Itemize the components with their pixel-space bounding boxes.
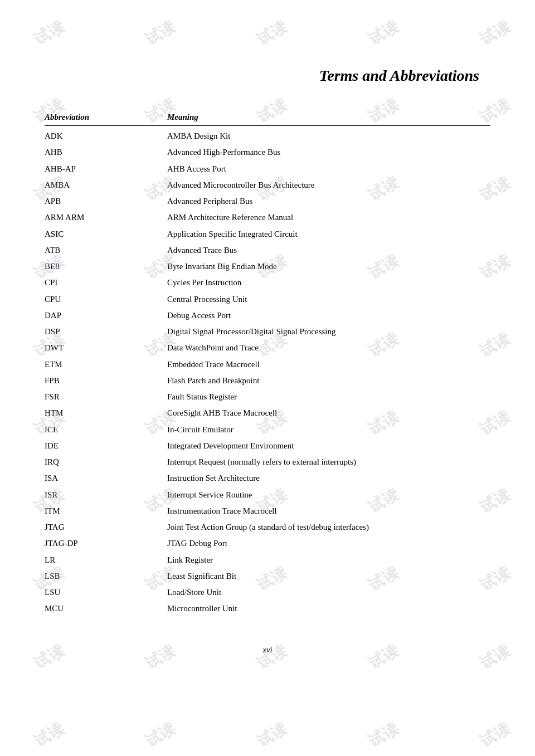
table-row: JTAG Joint Test Action Group (a standard… xyxy=(45,519,490,535)
abbr-cell: IDE xyxy=(45,440,167,452)
abbr-cell: LSU xyxy=(45,586,167,599)
table-row: DSP Digital Signal Processor/Digital Sig… xyxy=(45,324,490,340)
table-row: BE8 Byte Invariant Big Endian Mode xyxy=(45,258,490,275)
table-row: IRQ Interrupt Request (normally refers t… xyxy=(45,454,490,470)
meaning-cell: Instrumentation Trace Macrocell xyxy=(167,505,490,518)
page-title: Terms and Abbreviations xyxy=(45,67,490,85)
abbr-cell: LSB xyxy=(45,570,167,583)
table-row: ATB Advanced Trace Bus xyxy=(45,242,490,258)
table-row: IDE Integrated Development Environment xyxy=(45,438,490,454)
page-container: Terms and Abbreviations Abbreviation Mea… xyxy=(0,0,535,756)
table-row: ITM Instrumentation Trace Macrocell xyxy=(45,503,490,519)
meaning-cell: Embedded Trace Macrocell xyxy=(167,358,490,371)
abbr-cell: JTAG xyxy=(45,521,167,534)
abbr-cell: FSR xyxy=(45,391,167,403)
abbr-cell: CPU xyxy=(45,293,167,306)
meaning-cell: Interrupt Request (normally refers to ex… xyxy=(167,456,490,469)
meaning-cell: Advanced Peripheral Bus xyxy=(167,195,490,208)
table-row: JTAG-DP JTAG Debug Port xyxy=(45,535,490,552)
meaning-cell: Joint Test Action Group (a standard of t… xyxy=(167,521,490,534)
header-meaning: Meaning xyxy=(167,113,490,122)
table-row: LSB Least Significant Bit xyxy=(45,568,490,584)
meaning-cell: Interrupt Service Routine xyxy=(167,489,490,501)
meaning-cell: In-Circuit Emulator xyxy=(167,423,490,436)
meaning-cell: ARM Architecture Reference Manual xyxy=(167,211,490,224)
table-body: ADK AMBA Design Kit AHB Advanced High-Pe… xyxy=(45,128,490,617)
abbr-cell: FPB xyxy=(45,374,167,387)
table-row: AMBA Advanced Microcontroller Bus Archit… xyxy=(45,177,490,193)
table-row: CPU Central Processing Unit xyxy=(45,291,490,308)
abbr-cell: MCU xyxy=(45,602,167,615)
table-row: ASIC Application Specific Integrated Cir… xyxy=(45,226,490,242)
meaning-cell: Debug Access Port xyxy=(167,309,490,322)
abbr-cell: ARM ARM xyxy=(45,211,167,224)
meaning-cell: Central Processing Unit xyxy=(167,293,490,306)
meaning-cell: Data WatchPoint and Trace xyxy=(167,342,490,354)
table-row: ARM ARM ARM Architecture Reference Manua… xyxy=(45,209,490,226)
table-row: ETM Embedded Trace Macrocell xyxy=(45,357,490,373)
abbr-cell: DWT xyxy=(45,342,167,354)
table-row: ISA Instruction Set Architecture xyxy=(45,470,490,486)
abbr-cell: ADK xyxy=(45,130,167,143)
meaning-cell: Instruction Set Architecture xyxy=(167,472,490,485)
meaning-cell: Microcontroller Unit xyxy=(167,602,490,615)
header-abbreviation: Abbreviation xyxy=(45,113,167,122)
abbr-cell: ETM xyxy=(45,358,167,371)
table-row: ADK AMBA Design Kit xyxy=(45,128,490,144)
table-row: HTM CoreSight AHB Trace Macrocell xyxy=(45,405,490,421)
meaning-cell: Link Register xyxy=(167,554,490,567)
table-row: FSR Fault Status Register xyxy=(45,389,490,405)
meaning-cell: Advanced High-Performance Bus xyxy=(167,146,490,159)
meaning-cell: Fault Status Register xyxy=(167,391,490,403)
meaning-cell: Flash Patch and Breakpoint xyxy=(167,374,490,387)
abbr-cell: ISA xyxy=(45,472,167,485)
meaning-cell: Digital Signal Processor/Digital Signal … xyxy=(167,325,490,338)
abbr-cell: BE8 xyxy=(45,260,167,273)
table-row: ICE In-Circuit Emulator xyxy=(45,422,490,438)
table-row: DWT Data WatchPoint and Trace xyxy=(45,340,490,356)
abbr-cell: IRQ xyxy=(45,456,167,469)
table-row: LR Link Register xyxy=(45,552,490,568)
abbr-cell: AMBA xyxy=(45,179,167,192)
abbr-cell: ASIC xyxy=(45,228,167,241)
abbr-cell: HTM xyxy=(45,407,167,420)
table-row: CPI Cycles Per Instruction xyxy=(45,275,490,291)
table-row: APB Advanced Peripheral Bus xyxy=(45,193,490,209)
meaning-cell: Load/Store Unit xyxy=(167,586,490,599)
abbr-cell: ATB xyxy=(45,244,167,257)
table-row: DAP Debug Access Port xyxy=(45,308,490,324)
meaning-cell: Byte Invariant Big Endian Mode xyxy=(167,260,490,273)
abbr-cell: ICE xyxy=(45,423,167,436)
meaning-cell: JTAG Debug Port xyxy=(167,537,490,550)
meaning-cell: Integrated Development Environment xyxy=(167,440,490,452)
terms-table: Abbreviation Meaning ADK AMBA Design Kit… xyxy=(45,113,490,617)
abbr-cell: AHB-AP xyxy=(45,163,167,175)
table-row: ISR Interrupt Service Routine xyxy=(45,487,490,503)
meaning-cell: Least Significant Bit xyxy=(167,570,490,583)
meaning-cell: Application Specific Integrated Circuit xyxy=(167,228,490,241)
abbr-cell: LR xyxy=(45,554,167,567)
page-number: xvi xyxy=(45,645,490,655)
abbr-cell: DAP xyxy=(45,309,167,322)
meaning-cell: Cycles Per Instruction xyxy=(167,276,490,289)
meaning-cell: AHB Access Port xyxy=(167,163,490,175)
table-row: MCU Microcontroller Unit xyxy=(45,601,490,617)
abbr-cell: JTAG-DP xyxy=(45,537,167,550)
table-row: LSU Load/Store Unit xyxy=(45,584,490,601)
abbr-cell: ITM xyxy=(45,505,167,518)
abbr-cell: ISR xyxy=(45,489,167,501)
abbr-cell: APB xyxy=(45,195,167,208)
meaning-cell: AMBA Design Kit xyxy=(167,130,490,143)
meaning-cell: Advanced Microcontroller Bus Architectur… xyxy=(167,179,490,192)
abbr-cell: CPI xyxy=(45,276,167,289)
meaning-cell: CoreSight AHB Trace Macrocell xyxy=(167,407,490,420)
table-row: AHB Advanced High-Performance Bus xyxy=(45,144,490,160)
meaning-cell: Advanced Trace Bus xyxy=(167,244,490,257)
table-row: AHB-AP AHB Access Port xyxy=(45,161,490,177)
abbr-cell: AHB xyxy=(45,146,167,159)
table-row: FPB Flash Patch and Breakpoint xyxy=(45,373,490,389)
table-header: Abbreviation Meaning xyxy=(45,113,490,126)
abbr-cell: DSP xyxy=(45,325,167,338)
